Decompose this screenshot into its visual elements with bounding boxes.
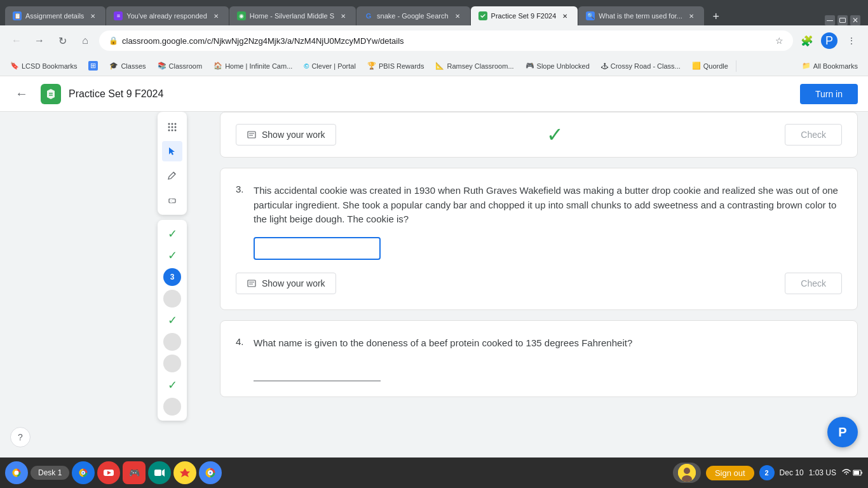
bookmark-classroom[interactable]: 📚 Classroom xyxy=(153,58,208,74)
bookmark-home[interactable]: 🏠 Home | Infinite Cam... xyxy=(208,58,297,74)
bookmark-all-label: All Bookmarks xyxy=(813,62,858,70)
tab-favicon-2: ≡ xyxy=(114,11,123,20)
back-nav-button[interactable]: ← xyxy=(10,83,33,105)
left-panel: ✓ ✓ 3 ✓ ✓ xyxy=(158,112,187,421)
progress-item-4[interactable] xyxy=(163,290,181,308)
sign-out-button[interactable]: Sign out xyxy=(706,466,754,480)
show-work-button-q3[interactable]: Show your work xyxy=(236,273,336,294)
tab-title-6: What is the term used for... xyxy=(599,12,682,20)
maximize-button[interactable] xyxy=(837,15,848,25)
progress-item-1[interactable]: ✓ xyxy=(163,225,181,243)
cursor-tool[interactable] xyxy=(162,141,182,161)
progress-item-7[interactable] xyxy=(163,355,181,372)
bookmark-label-clever: Clever | Portal xyxy=(311,62,356,70)
forward-button[interactable]: → xyxy=(31,32,48,50)
eraser-tool[interactable] xyxy=(162,189,182,210)
taskbar: Desk 1 🎮 Sign out 2 Dec 10 1:03 US xyxy=(0,458,868,488)
taskbar-youtube-icon[interactable] xyxy=(97,461,120,484)
bookmark-icon-apps: ⊞ xyxy=(88,61,98,71)
pencil-tool[interactable] xyxy=(162,165,182,186)
home-button[interactable]: ⌂ xyxy=(76,32,94,50)
secure-icon: 🔒 xyxy=(109,36,118,45)
taskbar-game-icon[interactable] xyxy=(173,461,196,484)
tab-close-1[interactable]: ✕ xyxy=(88,11,98,21)
svg-rect-13 xyxy=(248,132,255,138)
minimize-button[interactable] xyxy=(825,15,835,25)
url-bar[interactable]: 🔒 classroom.google.com/c/NjkwNjg2Nzg4Mjk… xyxy=(99,30,793,51)
tab-assignment-details[interactable]: 📋 Assignment details ✕ xyxy=(5,6,105,25)
tab-close-4[interactable]: ✕ xyxy=(452,11,463,21)
close-button[interactable]: ✕ xyxy=(850,15,860,25)
star-icon[interactable]: ☆ xyxy=(775,36,783,46)
grid-tool[interactable] xyxy=(162,117,182,137)
bookmark-ramsey[interactable]: 📐 Ramsey Classroom... xyxy=(430,58,519,74)
tab-term[interactable]: 🔍 What is the term used for... ✕ xyxy=(578,6,703,25)
desk-label[interactable]: Desk 1 xyxy=(31,466,69,480)
question-4-answer-area xyxy=(236,360,842,381)
svg-marker-27 xyxy=(162,469,165,477)
question-4-input[interactable] xyxy=(254,360,381,381)
svg-point-5 xyxy=(168,126,170,128)
new-tab-button[interactable]: + xyxy=(707,8,725,25)
check-icon-5: ✓ xyxy=(168,313,177,327)
bookmark-quordle[interactable]: 🟨 Quordle xyxy=(687,58,733,74)
bookmark-icon-pbis: 🏆 xyxy=(367,62,376,70)
bookmark-slope[interactable]: 🎮 Slope Unblocked xyxy=(520,58,595,74)
tab-title-4: snake - Google Search xyxy=(377,12,449,20)
progress-item-5[interactable]: ✓ xyxy=(163,311,181,329)
tab-favicon-5 xyxy=(478,11,487,20)
notification-badge[interactable]: 2 xyxy=(759,465,775,480)
help-button[interactable]: ? xyxy=(10,427,31,447)
show-work-button-q2[interactable]: Show your work xyxy=(236,124,336,146)
bookmark-apps[interactable]: ⊞ xyxy=(83,58,103,74)
taskbar-chrome2-icon[interactable] xyxy=(199,461,222,484)
progress-item-8[interactable]: ✓ xyxy=(163,376,181,394)
floating-p-button[interactable]: P xyxy=(827,417,858,447)
bookmark-icon-home: 🏠 xyxy=(214,62,222,70)
tab-snake[interactable]: G snake - Google Search ✕ xyxy=(356,6,470,25)
tab-close-6[interactable]: ✕ xyxy=(686,11,696,21)
turn-in-button[interactable]: Turn in xyxy=(800,84,858,104)
bookmark-pbis[interactable]: 🏆 PBIS Rewards xyxy=(362,58,430,74)
tab-practice-set[interactable]: Practice Set 9 F2024 ✕ xyxy=(471,6,578,25)
address-bar: ← → ↻ ⌂ 🔒 classroom.google.com/c/NjkwNjg… xyxy=(0,25,868,56)
taskbar-emoji-icon: 🎮 xyxy=(129,468,140,478)
profile-icon[interactable]: P xyxy=(821,32,837,49)
tab-responded[interactable]: ≡ You've already responded ✕ xyxy=(106,6,228,25)
bookmark-crossy[interactable]: 🕹 Crossy Road - Class... xyxy=(596,58,686,74)
svg-point-10 xyxy=(175,130,177,132)
tab-home[interactable]: ◉ Home - Silverland Middle S ✕ xyxy=(229,6,356,25)
menu-icon[interactable]: ⋮ xyxy=(843,32,860,50)
tab-close-2[interactable]: ✕ xyxy=(211,11,221,21)
tab-close-5[interactable]: ✕ xyxy=(560,11,570,21)
bookmark-all-button[interactable]: 📁 All Bookmarks xyxy=(797,60,863,71)
taskbar-user-area[interactable] xyxy=(673,463,701,483)
bookmark-lcsd[interactable]: 🔖 LCSD Bookmarks xyxy=(5,58,82,74)
taskbar-chrome-icon[interactable] xyxy=(72,461,95,484)
progress-item-9[interactable] xyxy=(163,398,181,416)
svg-rect-0 xyxy=(49,93,53,94)
check-button-q2[interactable]: Check xyxy=(785,124,842,146)
progress-item-6[interactable] xyxy=(163,333,181,351)
app-header: ← Practice Set 9 F2024 Turn in xyxy=(0,76,868,112)
reload-button[interactable]: ↻ xyxy=(53,32,71,50)
extensions-icon[interactable]: 🧩 xyxy=(798,32,816,50)
bookmark-clever[interactable]: © Clever | Portal xyxy=(299,58,361,74)
question-3-input[interactable] xyxy=(254,237,381,260)
progress-item-3[interactable]: 3 xyxy=(163,268,181,286)
tab-close-3[interactable]: ✕ xyxy=(338,11,348,21)
taskbar-meet-icon[interactable] xyxy=(148,461,171,484)
progress-item-2[interactable]: ✓ xyxy=(163,247,181,264)
bookmark-icon-classes: 🎓 xyxy=(109,62,118,70)
tab-title-1: Assignment details xyxy=(25,12,84,20)
bookmark-label-slope: Slope Unblocked xyxy=(537,62,590,70)
check-button-q3[interactable]: Check xyxy=(785,273,842,294)
bookmark-classes[interactable]: 🎓 Classes xyxy=(104,58,151,74)
chromebook-icon[interactable] xyxy=(5,461,28,484)
question-4-card: 4. What name is given to the doneness of… xyxy=(220,320,858,398)
tab-title-3: Home - Silverland Middle S xyxy=(250,12,334,20)
back-button[interactable]: ← xyxy=(8,32,25,50)
question-3-answer-area xyxy=(236,237,842,260)
taskbar-system-icons xyxy=(841,468,863,478)
taskbar-red-icon[interactable]: 🎮 xyxy=(123,461,146,484)
